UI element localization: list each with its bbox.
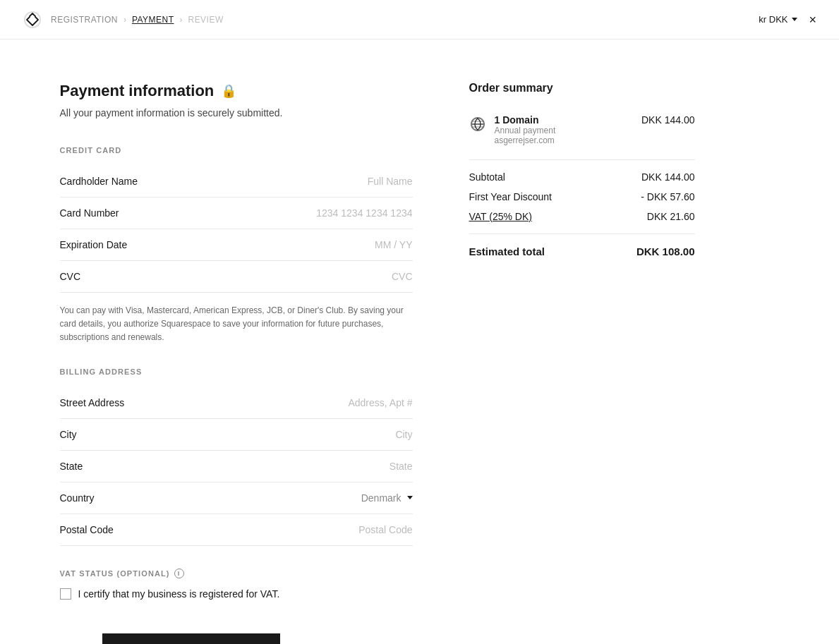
- card-number-label: Card Number: [60, 207, 119, 219]
- card-number-row[interactable]: Card Number 1234 1234 1234 1234: [60, 198, 413, 229]
- country-row[interactable]: Country Denmark: [60, 482, 413, 514]
- vat-checkbox[interactable]: [60, 588, 71, 600]
- subtotal-label: Subtotal: [469, 171, 505, 183]
- postal-code-row[interactable]: Postal Code Postal Code: [60, 514, 413, 546]
- breadcrumb: REGISTRATION › PAYMENT › REVIEW: [51, 15, 224, 25]
- currency-label: kr DKK: [759, 14, 787, 25]
- country-dropdown[interactable]: Denmark: [361, 492, 413, 504]
- country-label: Country: [60, 492, 95, 504]
- card-number-input[interactable]: 1234 1234 1234 1234: [316, 207, 412, 219]
- main-container: Payment information 🔒 All your payment i…: [32, 40, 808, 644]
- vat-value: DKK 21.60: [647, 211, 695, 222]
- domain-icon: [469, 116, 486, 133]
- order-summary-title: Order summary: [469, 82, 695, 95]
- state-label: State: [60, 461, 83, 472]
- street-address-input[interactable]: Address, Apt #: [348, 397, 412, 408]
- order-item-domain: asgerrejser.com: [495, 135, 634, 145]
- discount-value: - DKK 57.60: [641, 191, 694, 202]
- breadcrumb-registration: REGISTRATION: [51, 15, 118, 25]
- page-title: Payment information 🔒: [60, 82, 413, 100]
- back-button[interactable]: ←: [60, 638, 85, 644]
- page-title-text: Payment information: [60, 82, 215, 100]
- postal-code-input[interactable]: Postal Code: [358, 524, 412, 535]
- country-chevron-icon: [407, 496, 413, 499]
- breadcrumb-sep-1: ›: [123, 15, 126, 25]
- vat-info-icon: i: [174, 569, 184, 578]
- order-divider-2: [469, 233, 695, 234]
- close-button[interactable]: ×: [809, 13, 816, 26]
- lock-icon: 🔒: [221, 83, 236, 99]
- order-item-payment-type: Annual payment: [495, 126, 634, 135]
- vat-line: VAT (25% DK) DKK 21.60: [469, 211, 695, 222]
- save-continue-button[interactable]: SAVE AND CONTINUE →: [102, 633, 281, 644]
- discount-label: First Year Discount: [469, 191, 553, 202]
- nav-left: REGISTRATION › PAYMENT › REVIEW: [23, 10, 224, 30]
- card-info-text: You can pay with Visa, Mastercard, Ameri…: [60, 304, 413, 345]
- order-item: 1 Domain Annual payment asgerrejser.com …: [469, 114, 695, 145]
- nav-right: kr DKK ×: [759, 13, 816, 26]
- city-input[interactable]: City: [395, 429, 412, 440]
- expiration-date-label: Expiration Date: [60, 239, 128, 250]
- cvc-row[interactable]: CVC CVC: [60, 261, 413, 293]
- vat-label-link[interactable]: VAT (25% DK): [469, 211, 532, 222]
- order-divider-1: [469, 159, 695, 160]
- billing-address-section: BILLING ADDRESS Street Address Address, …: [60, 367, 413, 546]
- subtotal-value: DKK 144.00: [641, 171, 695, 183]
- postal-code-label: Postal Code: [60, 524, 114, 535]
- credit-card-section: CREDIT CARD Cardholder Name Full Name Ca…: [60, 146, 413, 345]
- vat-status-label: VAT STATUS (OPTIONAL) i: [60, 569, 413, 578]
- total-value: DKK 108.00: [636, 245, 695, 257]
- breadcrumb-payment: PAYMENT: [132, 15, 174, 25]
- expiration-date-input[interactable]: MM / YY: [375, 239, 412, 250]
- top-nav: REGISTRATION › PAYMENT › REVIEW kr DKK ×: [0, 0, 839, 40]
- billing-address-label: BILLING ADDRESS: [60, 367, 413, 376]
- cvc-input[interactable]: CVC: [392, 271, 413, 282]
- order-summary-panel: Order summary 1 Domain Annual payment as…: [469, 82, 695, 644]
- city-row[interactable]: City City: [60, 419, 413, 451]
- street-address-row[interactable]: Street Address Address, Apt #: [60, 387, 413, 419]
- currency-chevron-icon: [792, 18, 797, 21]
- city-label: City: [60, 429, 77, 440]
- cardholder-name-label: Cardholder Name: [60, 176, 138, 187]
- order-item-details: 1 Domain Annual payment asgerrejser.com: [495, 114, 634, 145]
- state-row[interactable]: State State: [60, 451, 413, 482]
- bottom-actions: ← SAVE AND CONTINUE →: [60, 633, 413, 644]
- left-column: Payment information 🔒 All your payment i…: [60, 82, 413, 644]
- vat-checkbox-row[interactable]: I certify that my business is registered…: [60, 588, 413, 600]
- vat-section: VAT STATUS (OPTIONAL) i I certify that m…: [60, 569, 413, 600]
- credit-card-label: CREDIT CARD: [60, 146, 413, 154]
- subtotal-line: Subtotal DKK 144.00: [469, 171, 695, 183]
- cardholder-name-input[interactable]: Full Name: [368, 176, 413, 187]
- estimated-total-line: Estimated total DKK 108.00: [469, 245, 695, 257]
- breadcrumb-sep-2: ›: [179, 15, 182, 25]
- squarespace-logo: [23, 10, 42, 30]
- order-item-price: DKK 144.00: [641, 114, 695, 126]
- page-subtitle: All your payment information is securely…: [60, 106, 413, 121]
- currency-selector[interactable]: kr DKK: [759, 14, 797, 25]
- discount-line: First Year Discount - DKK 57.60: [469, 191, 695, 202]
- vat-checkbox-label: I certify that my business is registered…: [78, 588, 280, 600]
- state-input[interactable]: State: [390, 461, 413, 472]
- expiration-date-row[interactable]: Expiration Date MM / YY: [60, 229, 413, 261]
- cardholder-name-row[interactable]: Cardholder Name Full Name: [60, 166, 413, 198]
- order-item-name: 1 Domain: [495, 114, 634, 126]
- total-label: Estimated total: [469, 245, 545, 257]
- street-address-label: Street Address: [60, 397, 125, 408]
- cvc-label: CVC: [60, 271, 81, 282]
- breadcrumb-review: REVIEW: [188, 15, 223, 25]
